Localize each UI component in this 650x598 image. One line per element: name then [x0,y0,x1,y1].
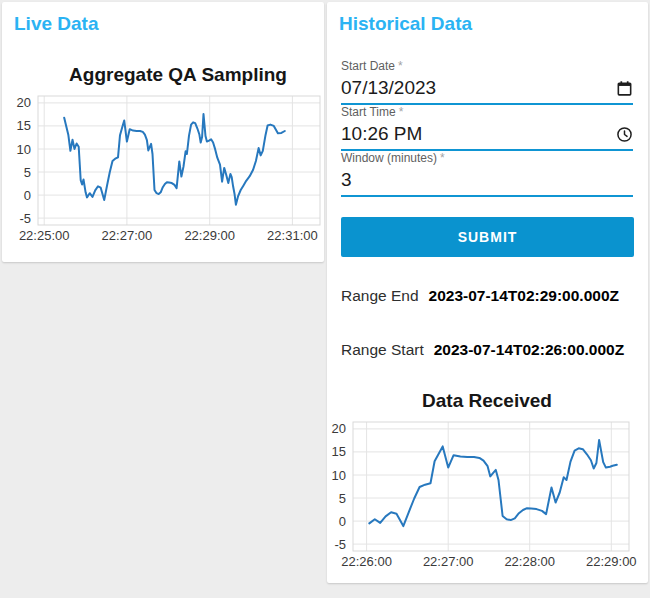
live-data-panel: Live Data Aggregate QA Sampling -5051015… [2,2,324,262]
svg-text:-5: -5 [334,537,346,552]
clock-icon[interactable] [616,126,633,143]
start-date-input[interactable] [341,77,616,99]
historical-chart-title: Data Received [329,390,645,412]
svg-text:10: 10 [332,468,346,483]
svg-text:22:29:00: 22:29:00 [586,554,637,569]
required-marker: * [398,59,403,73]
svg-text:15: 15 [17,118,31,133]
svg-text:5: 5 [339,491,346,506]
svg-text:22:28:00: 22:28:00 [504,554,555,569]
range-start-row: Range Start 2023-07-14T02:26:00.000Z [341,341,624,359]
start-time-input[interactable] [341,123,616,145]
svg-text:5: 5 [24,165,31,180]
range-start-value: 2023-07-14T02:26:00.000Z [434,341,624,359]
required-marker: * [440,151,445,165]
svg-text:22:29:00: 22:29:00 [184,228,235,243]
svg-text:15: 15 [332,444,346,459]
window-minutes-field: Window (minutes)* [341,151,633,197]
dashboard: Live Data Aggregate QA Sampling -5051015… [0,0,650,598]
range-end-label: Range End [341,287,419,305]
start-time-field: Start Time* [341,105,633,151]
svg-text:-5: -5 [19,211,31,226]
svg-text:10: 10 [17,142,31,157]
svg-text:22:31:00: 22:31:00 [267,228,318,243]
submit-button[interactable]: SUBMIT [341,217,634,257]
historical-panel-title: Historical Data [339,13,472,35]
live-chart-title: Aggregate QA Sampling [32,64,324,86]
historical-data-panel: Historical Data Start Date* Sta [327,2,648,583]
svg-text:0: 0 [339,514,346,529]
range-end-value: 2023-07-14T02:29:00.000Z [429,287,619,305]
start-date-field: Start Date* [341,59,633,105]
window-minutes-label: Window (minutes)* [341,151,633,167]
start-time-label: Start Time* [341,105,633,121]
window-minutes-input[interactable] [341,169,633,191]
live-panel-title: Live Data [14,13,98,35]
svg-text:20: 20 [17,95,31,110]
svg-text:0: 0 [24,188,31,203]
range-end-row: Range End 2023-07-14T02:29:00.000Z [341,287,619,305]
range-start-label: Range Start [341,341,424,359]
svg-text:20: 20 [332,421,346,436]
required-marker: * [399,105,404,119]
svg-text:22:25:00: 22:25:00 [19,228,70,243]
start-date-label: Start Date* [341,59,633,75]
calendar-icon[interactable] [616,80,633,97]
svg-text:22:27:00: 22:27:00 [102,228,153,243]
svg-text:22:27:00: 22:27:00 [423,554,474,569]
historical-chart: -50510152022:26:0022:27:0022:28:0022:29:… [329,418,645,572]
svg-text:22:26:00: 22:26:00 [341,554,392,569]
live-chart: -50510152022:25:0022:27:0022:29:0022:31:… [2,92,324,244]
